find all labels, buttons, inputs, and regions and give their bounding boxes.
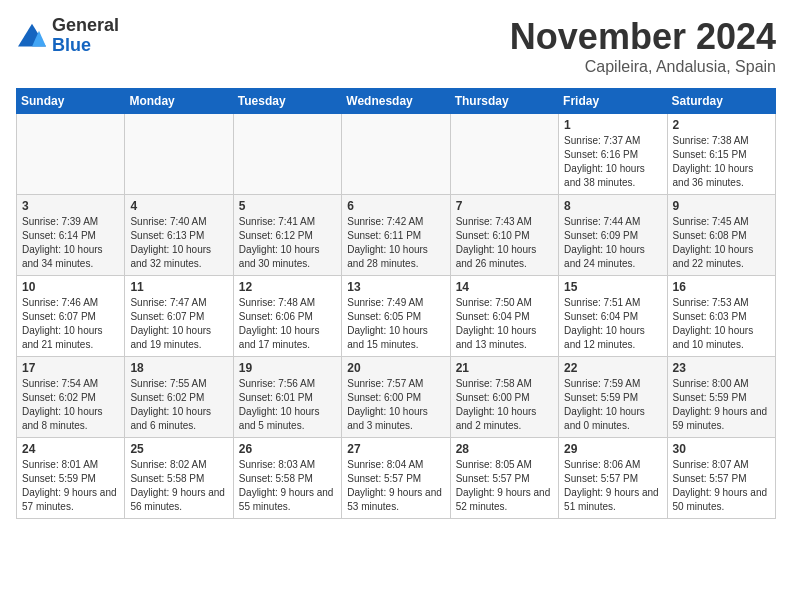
day-number: 5 bbox=[239, 199, 336, 213]
day-info: Sunrise: 7:47 AM Sunset: 6:07 PM Dayligh… bbox=[130, 296, 227, 352]
calendar-cell: 9Sunrise: 7:45 AM Sunset: 6:08 PM Daylig… bbox=[667, 195, 775, 276]
day-number: 26 bbox=[239, 442, 336, 456]
day-number: 18 bbox=[130, 361, 227, 375]
calendar-cell: 27Sunrise: 8:04 AM Sunset: 5:57 PM Dayli… bbox=[342, 438, 450, 519]
day-number: 8 bbox=[564, 199, 661, 213]
day-info: Sunrise: 7:51 AM Sunset: 6:04 PM Dayligh… bbox=[564, 296, 661, 352]
calendar-cell: 3Sunrise: 7:39 AM Sunset: 6:14 PM Daylig… bbox=[17, 195, 125, 276]
calendar-cell: 20Sunrise: 7:57 AM Sunset: 6:00 PM Dayli… bbox=[342, 357, 450, 438]
calendar-cell: 28Sunrise: 8:05 AM Sunset: 5:57 PM Dayli… bbox=[450, 438, 558, 519]
day-number: 9 bbox=[673, 199, 770, 213]
day-info: Sunrise: 7:49 AM Sunset: 6:05 PM Dayligh… bbox=[347, 296, 444, 352]
day-info: Sunrise: 7:46 AM Sunset: 6:07 PM Dayligh… bbox=[22, 296, 119, 352]
day-info: Sunrise: 7:54 AM Sunset: 6:02 PM Dayligh… bbox=[22, 377, 119, 433]
calendar-cell: 16Sunrise: 7:53 AM Sunset: 6:03 PM Dayli… bbox=[667, 276, 775, 357]
header-monday: Monday bbox=[125, 89, 233, 114]
day-number: 23 bbox=[673, 361, 770, 375]
calendar-cell: 22Sunrise: 7:59 AM Sunset: 5:59 PM Dayli… bbox=[559, 357, 667, 438]
day-number: 28 bbox=[456, 442, 553, 456]
day-number: 25 bbox=[130, 442, 227, 456]
calendar-cell bbox=[17, 114, 125, 195]
calendar-cell bbox=[233, 114, 341, 195]
title-block: November 2024 Capileira, Andalusia, Spai… bbox=[510, 16, 776, 76]
calendar-week-2: 3Sunrise: 7:39 AM Sunset: 6:14 PM Daylig… bbox=[17, 195, 776, 276]
calendar-cell: 13Sunrise: 7:49 AM Sunset: 6:05 PM Dayli… bbox=[342, 276, 450, 357]
logo-general: General bbox=[52, 15, 119, 35]
day-info: Sunrise: 7:43 AM Sunset: 6:10 PM Dayligh… bbox=[456, 215, 553, 271]
day-info: Sunrise: 7:53 AM Sunset: 6:03 PM Dayligh… bbox=[673, 296, 770, 352]
calendar-cell: 26Sunrise: 8:03 AM Sunset: 5:58 PM Dayli… bbox=[233, 438, 341, 519]
day-info: Sunrise: 7:39 AM Sunset: 6:14 PM Dayligh… bbox=[22, 215, 119, 271]
day-number: 6 bbox=[347, 199, 444, 213]
calendar-cell: 5Sunrise: 7:41 AM Sunset: 6:12 PM Daylig… bbox=[233, 195, 341, 276]
calendar: SundayMondayTuesdayWednesdayThursdayFrid… bbox=[16, 88, 776, 519]
day-number: 4 bbox=[130, 199, 227, 213]
day-info: Sunrise: 8:07 AM Sunset: 5:57 PM Dayligh… bbox=[673, 458, 770, 514]
calendar-cell bbox=[342, 114, 450, 195]
calendar-cell: 21Sunrise: 7:58 AM Sunset: 6:00 PM Dayli… bbox=[450, 357, 558, 438]
day-info: Sunrise: 7:41 AM Sunset: 6:12 PM Dayligh… bbox=[239, 215, 336, 271]
day-number: 24 bbox=[22, 442, 119, 456]
day-number: 14 bbox=[456, 280, 553, 294]
day-number: 2 bbox=[673, 118, 770, 132]
day-number: 17 bbox=[22, 361, 119, 375]
day-number: 7 bbox=[456, 199, 553, 213]
calendar-cell: 18Sunrise: 7:55 AM Sunset: 6:02 PM Dayli… bbox=[125, 357, 233, 438]
calendar-cell: 10Sunrise: 7:46 AM Sunset: 6:07 PM Dayli… bbox=[17, 276, 125, 357]
header-wednesday: Wednesday bbox=[342, 89, 450, 114]
day-info: Sunrise: 8:04 AM Sunset: 5:57 PM Dayligh… bbox=[347, 458, 444, 514]
calendar-cell: 11Sunrise: 7:47 AM Sunset: 6:07 PM Dayli… bbox=[125, 276, 233, 357]
calendar-cell: 30Sunrise: 8:07 AM Sunset: 5:57 PM Dayli… bbox=[667, 438, 775, 519]
header-saturday: Saturday bbox=[667, 89, 775, 114]
day-info: Sunrise: 7:44 AM Sunset: 6:09 PM Dayligh… bbox=[564, 215, 661, 271]
day-number: 15 bbox=[564, 280, 661, 294]
day-info: Sunrise: 7:56 AM Sunset: 6:01 PM Dayligh… bbox=[239, 377, 336, 433]
calendar-cell: 24Sunrise: 8:01 AM Sunset: 5:59 PM Dayli… bbox=[17, 438, 125, 519]
day-info: Sunrise: 7:57 AM Sunset: 6:00 PM Dayligh… bbox=[347, 377, 444, 433]
calendar-cell: 15Sunrise: 7:51 AM Sunset: 6:04 PM Dayli… bbox=[559, 276, 667, 357]
calendar-cell: 29Sunrise: 8:06 AM Sunset: 5:57 PM Dayli… bbox=[559, 438, 667, 519]
day-number: 22 bbox=[564, 361, 661, 375]
day-number: 20 bbox=[347, 361, 444, 375]
day-number: 30 bbox=[673, 442, 770, 456]
calendar-cell: 17Sunrise: 7:54 AM Sunset: 6:02 PM Dayli… bbox=[17, 357, 125, 438]
calendar-cell: 12Sunrise: 7:48 AM Sunset: 6:06 PM Dayli… bbox=[233, 276, 341, 357]
day-number: 27 bbox=[347, 442, 444, 456]
page-header: General Blue November 2024 Capileira, An… bbox=[16, 16, 776, 76]
day-info: Sunrise: 8:05 AM Sunset: 5:57 PM Dayligh… bbox=[456, 458, 553, 514]
day-info: Sunrise: 7:37 AM Sunset: 6:16 PM Dayligh… bbox=[564, 134, 661, 190]
logo-text: General Blue bbox=[52, 16, 119, 56]
day-info: Sunrise: 7:42 AM Sunset: 6:11 PM Dayligh… bbox=[347, 215, 444, 271]
calendar-week-5: 24Sunrise: 8:01 AM Sunset: 5:59 PM Dayli… bbox=[17, 438, 776, 519]
day-number: 12 bbox=[239, 280, 336, 294]
logo-blue: Blue bbox=[52, 35, 91, 55]
calendar-cell: 4Sunrise: 7:40 AM Sunset: 6:13 PM Daylig… bbox=[125, 195, 233, 276]
header-thursday: Thursday bbox=[450, 89, 558, 114]
calendar-cell: 14Sunrise: 7:50 AM Sunset: 6:04 PM Dayli… bbox=[450, 276, 558, 357]
calendar-cell: 7Sunrise: 7:43 AM Sunset: 6:10 PM Daylig… bbox=[450, 195, 558, 276]
day-info: Sunrise: 7:58 AM Sunset: 6:00 PM Dayligh… bbox=[456, 377, 553, 433]
day-info: Sunrise: 7:50 AM Sunset: 6:04 PM Dayligh… bbox=[456, 296, 553, 352]
calendar-week-1: 1Sunrise: 7:37 AM Sunset: 6:16 PM Daylig… bbox=[17, 114, 776, 195]
day-info: Sunrise: 7:45 AM Sunset: 6:08 PM Dayligh… bbox=[673, 215, 770, 271]
calendar-cell: 23Sunrise: 8:00 AM Sunset: 5:59 PM Dayli… bbox=[667, 357, 775, 438]
calendar-cell: 8Sunrise: 7:44 AM Sunset: 6:09 PM Daylig… bbox=[559, 195, 667, 276]
calendar-cell: 2Sunrise: 7:38 AM Sunset: 6:15 PM Daylig… bbox=[667, 114, 775, 195]
day-number: 13 bbox=[347, 280, 444, 294]
calendar-cell: 19Sunrise: 7:56 AM Sunset: 6:01 PM Dayli… bbox=[233, 357, 341, 438]
calendar-cell bbox=[125, 114, 233, 195]
day-info: Sunrise: 8:03 AM Sunset: 5:58 PM Dayligh… bbox=[239, 458, 336, 514]
calendar-cell: 6Sunrise: 7:42 AM Sunset: 6:11 PM Daylig… bbox=[342, 195, 450, 276]
day-number: 16 bbox=[673, 280, 770, 294]
calendar-week-4: 17Sunrise: 7:54 AM Sunset: 6:02 PM Dayli… bbox=[17, 357, 776, 438]
calendar-cell: 1Sunrise: 7:37 AM Sunset: 6:16 PM Daylig… bbox=[559, 114, 667, 195]
calendar-week-3: 10Sunrise: 7:46 AM Sunset: 6:07 PM Dayli… bbox=[17, 276, 776, 357]
day-number: 3 bbox=[22, 199, 119, 213]
day-info: Sunrise: 7:38 AM Sunset: 6:15 PM Dayligh… bbox=[673, 134, 770, 190]
month-title: November 2024 bbox=[510, 16, 776, 58]
calendar-cell: 25Sunrise: 8:02 AM Sunset: 5:58 PM Dayli… bbox=[125, 438, 233, 519]
day-info: Sunrise: 8:01 AM Sunset: 5:59 PM Dayligh… bbox=[22, 458, 119, 514]
header-friday: Friday bbox=[559, 89, 667, 114]
day-number: 11 bbox=[130, 280, 227, 294]
day-info: Sunrise: 8:00 AM Sunset: 5:59 PM Dayligh… bbox=[673, 377, 770, 433]
